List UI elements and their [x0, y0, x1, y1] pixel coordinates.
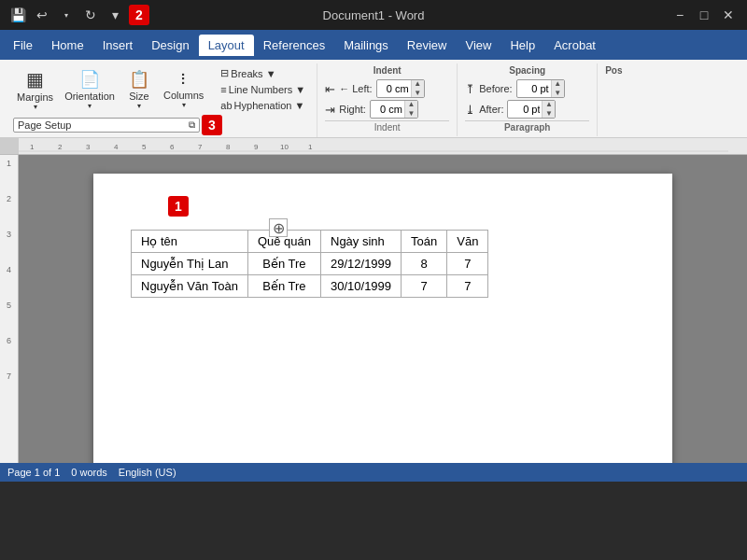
- menu-acrobat[interactable]: Acrobat: [544, 35, 605, 56]
- cell-name-2: Nguyễn Văn Toàn: [132, 275, 248, 298]
- ribbon: ▦ Margins ▾ 📄 Orientation ▾ 📋 Size ▾ ⫶ C…: [0, 60, 747, 138]
- hyphenation-label: Hyphenation ▼: [234, 100, 305, 111]
- title-bar-left: 💾 ↩ ▾ ↻ ▾ 2: [7, 5, 151, 25]
- col-header-math: Toán: [402, 231, 447, 253]
- spacing-before-down[interactable]: ▼: [551, 89, 564, 98]
- table-handle-area: 1 ⊕: [168, 196, 190, 217]
- indent-left-icon: ⇤: [325, 82, 335, 96]
- size-button[interactable]: 📋 Size ▾: [122, 67, 156, 112]
- indent-right-down[interactable]: ▼: [404, 109, 417, 119]
- cell-math-2: 7: [402, 275, 447, 298]
- col-header-name: Họ tên: [132, 231, 248, 253]
- line-numbers-icon: ≡: [220, 84, 226, 95]
- line-numbers-button[interactable]: ≡ Line Numbers ▼: [217, 82, 309, 97]
- cell-name-1: Nguyễn Thị Lan: [132, 253, 248, 275]
- svg-text:9: 9: [254, 143, 259, 151]
- spacing-before-input[interactable]: ▲ ▼: [516, 79, 565, 98]
- page-setup-dropdown-row: Page Setup ⧉ 3: [13, 115, 309, 135]
- undo-dropdown-icon[interactable]: ▾: [56, 5, 77, 25]
- menu-mailings[interactable]: Mailings: [334, 35, 398, 56]
- document-page: 1 ⊕ Họ tên Quê quán Ngày sinh Toán Văn: [93, 174, 672, 463]
- indent-left-up[interactable]: ▲: [411, 79, 424, 89]
- close-button[interactable]: ✕: [717, 6, 740, 24]
- margins-button[interactable]: ▦ Margins ▾: [13, 66, 57, 113]
- size-label: Size: [129, 91, 148, 102]
- ruler-mark-2: 2: [7, 194, 11, 203]
- spacing-title: Spacing: [465, 65, 589, 76]
- spacing-after-up[interactable]: ▲: [542, 100, 555, 109]
- svg-text:1: 1: [308, 143, 313, 151]
- spacing-after-label: After:: [479, 104, 503, 115]
- status-bar: Page 1 of 1 0 words English (US): [0, 463, 747, 482]
- cell-hometown-2: Bến Tre: [247, 275, 320, 298]
- page-canvas: 1 ⊕ Họ tên Quê quán Ngày sinh Toán Văn: [19, 155, 747, 463]
- save-icon[interactable]: 💾: [7, 5, 28, 25]
- ruler-mark-3: 3: [7, 230, 11, 239]
- document-title: Document1 - Word: [323, 8, 425, 22]
- col-header-dob: Ngày sinh: [321, 231, 402, 253]
- spacing-after-icon: ⤓: [465, 103, 475, 117]
- restore-button[interactable]: □: [693, 6, 715, 24]
- indent-left-input[interactable]: ▲ ▼: [376, 79, 425, 98]
- spacing-after-down[interactable]: ▼: [542, 109, 555, 119]
- minimize-button[interactable]: −: [669, 6, 691, 24]
- menu-layout[interactable]: Layout: [199, 35, 254, 56]
- page-setup-main-buttons: ▦ Margins ▾ 📄 Orientation ▾ 📋 Size ▾ ⫶ C…: [13, 65, 309, 113]
- orientation-icon: 📄: [79, 69, 100, 90]
- margins-arrow: ▾: [34, 103, 37, 111]
- spacing-after-value[interactable]: [508, 104, 542, 115]
- spacing-before-label: Before:: [479, 83, 512, 94]
- page-setup-dropdown[interactable]: Page Setup ⧉: [13, 118, 200, 133]
- redo-icon[interactable]: ↻: [80, 5, 101, 25]
- menu-bar: File Home Insert Design Layout Reference…: [0, 30, 747, 60]
- menu-review[interactable]: Review: [398, 35, 457, 56]
- hyphenation-button[interactable]: ab Hyphenation ▼: [217, 98, 309, 113]
- indent-right-value[interactable]: [371, 104, 404, 115]
- breaks-button[interactable]: ⊟ Breaks ▼: [217, 65, 309, 81]
- menu-view[interactable]: View: [456, 35, 500, 56]
- indent-right-up[interactable]: ▲: [404, 100, 417, 109]
- columns-button[interactable]: ⫶ Columns ▾: [160, 67, 207, 111]
- menu-file[interactable]: File: [4, 35, 42, 56]
- svg-text:6: 6: [170, 143, 175, 151]
- size-arrow: ▾: [137, 102, 141, 110]
- ribbon-position-section: Pos: [598, 63, 629, 79]
- customize-icon[interactable]: ▾: [105, 5, 125, 25]
- menu-references[interactable]: References: [254, 35, 334, 56]
- spacing-before-icon: ⤒: [465, 82, 475, 96]
- horizontal-ruler: 1 2 3 4 5 6 7 8 9 10 1: [0, 138, 747, 155]
- svg-text:8: 8: [226, 143, 231, 151]
- spacing-before-up[interactable]: ▲: [551, 79, 564, 89]
- indent-group-label: Indent: [325, 120, 449, 133]
- menu-help[interactable]: Help: [500, 35, 544, 56]
- cell-dob-1: 29/12/1999: [321, 253, 402, 275]
- cell-math-1: 8: [402, 253, 447, 275]
- word-count: 0 words: [71, 467, 107, 478]
- indent-left-value[interactable]: [377, 83, 411, 94]
- spacing-before-value[interactable]: [517, 83, 551, 94]
- ruler-mark-7: 7: [7, 371, 11, 381]
- indent-right-row: ⇥ Right: ▲ ▼: [325, 100, 449, 119]
- table-header-row: Họ tên Quê quán Ngày sinh Toán Văn: [132, 231, 488, 253]
- orientation-button[interactable]: 📄 Orientation ▾: [61, 67, 119, 112]
- spacing-before-arrows: ▲ ▼: [551, 79, 564, 98]
- page-setup-dropdown-label: Page Setup: [18, 119, 72, 131]
- indent-left-down[interactable]: ▼: [411, 89, 424, 98]
- menu-design[interactable]: Design: [142, 35, 198, 56]
- badge-1: 1: [168, 196, 189, 217]
- breaks-label: Breaks ▼: [231, 68, 275, 79]
- indent-right-input[interactable]: ▲ ▼: [370, 100, 418, 119]
- ruler-mark-4: 4: [7, 265, 11, 274]
- undo-icon[interactable]: ↩: [32, 5, 52, 25]
- spacing-after-input[interactable]: ▲ ▼: [507, 100, 556, 119]
- menu-insert[interactable]: Insert: [93, 35, 143, 56]
- table-move-handle[interactable]: ⊕: [269, 218, 288, 237]
- cell-lit-1: 7: [447, 253, 488, 275]
- indent-left-arrows: ▲ ▼: [411, 79, 424, 98]
- columns-icon: ⫶: [179, 69, 188, 89]
- position-label: Pos: [605, 65, 622, 76]
- language: English (US): [119, 467, 176, 478]
- menu-home[interactable]: Home: [42, 35, 93, 56]
- paragraph-label: Paragraph: [465, 120, 589, 133]
- indent-right-label: Right:: [339, 104, 366, 115]
